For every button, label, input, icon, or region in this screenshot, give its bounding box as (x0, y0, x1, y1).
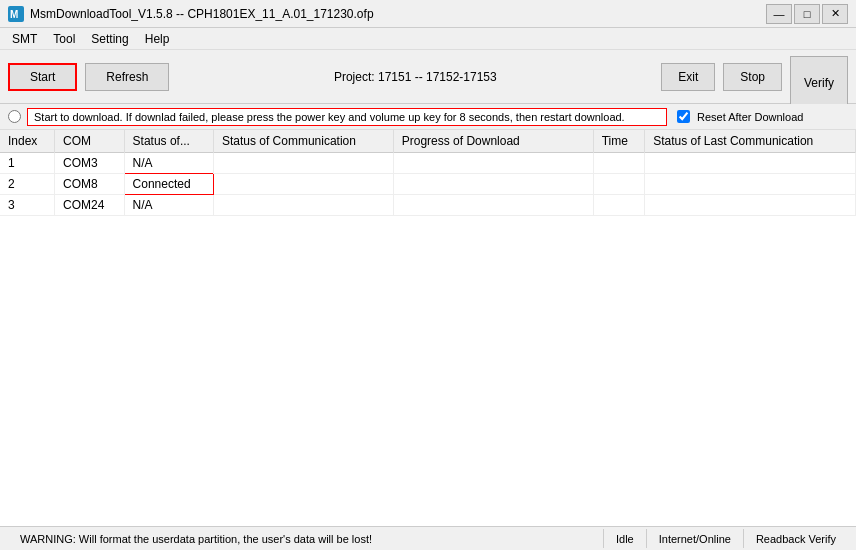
menu-help[interactable]: Help (137, 30, 178, 48)
reset-checkbox[interactable] (677, 110, 690, 123)
minimize-button[interactable]: — (766, 4, 792, 24)
status-internet: Internet/Online (647, 529, 744, 548)
exit-button[interactable]: Exit (661, 63, 715, 91)
cell-time-3 (593, 195, 644, 216)
cell-progress-2 (393, 174, 593, 195)
menu-setting[interactable]: Setting (83, 30, 136, 48)
cell-com-2: COM8 (55, 174, 124, 195)
col-index: Index (0, 130, 55, 153)
table-header-row: Index COM Status of... Status of Communi… (0, 130, 856, 153)
cell-statuscomm-3 (213, 195, 393, 216)
cell-statuslast-1 (645, 153, 856, 174)
cell-index-3: 3 (0, 195, 55, 216)
col-time: Time (593, 130, 644, 153)
notice-row: Start to download. If downlad failed, pl… (0, 104, 856, 130)
cell-statuscomm-2 (213, 174, 393, 195)
stop-button[interactable]: Stop (723, 63, 782, 91)
status-bar: WARNING: Will format the userdata partit… (0, 526, 856, 550)
status-idle: Idle (604, 529, 647, 548)
cell-statuscomm-1 (213, 153, 393, 174)
close-button[interactable]: ✕ (822, 4, 848, 24)
cell-progress-3 (393, 195, 593, 216)
reset-after-label: Reset After Download (677, 110, 803, 123)
cell-time-1 (593, 153, 644, 174)
col-status-comm: Status of Communication (213, 130, 393, 153)
cell-index-2: 2 (0, 174, 55, 195)
toolbar-area: Start Refresh Project: 17151 -- 17152-17… (0, 50, 856, 104)
status-warning: WARNING: Will format the userdata partit… (8, 529, 604, 548)
cell-statusof-3: N/A (124, 195, 213, 216)
notice-radio[interactable] (8, 110, 21, 123)
cell-com-1: COM3 (55, 153, 124, 174)
table-row: 3 COM24 N/A (0, 195, 856, 216)
table-row: 1 COM3 N/A (0, 153, 856, 174)
menu-tool[interactable]: Tool (45, 30, 83, 48)
notice-text: Start to download. If downlad failed, pl… (27, 108, 667, 126)
table-container: Index COM Status of... Status of Communi… (0, 130, 856, 526)
cell-progress-1 (393, 153, 593, 174)
col-com: COM (55, 130, 124, 153)
start-button[interactable]: Start (8, 63, 77, 91)
cell-statusof-2: Connected (124, 174, 213, 195)
table-row: 2 COM8 Connected (0, 174, 856, 195)
menu-smt[interactable]: SMT (4, 30, 45, 48)
title-text: MsmDownloadTool_V1.5.8 -- CPH1801EX_11_A… (30, 7, 374, 21)
app-icon: M (8, 6, 24, 22)
devices-table: Index COM Status of... Status of Communi… (0, 130, 856, 216)
cell-statuslast-2 (645, 174, 856, 195)
col-status-last: Status of Last Communication (645, 130, 856, 153)
cell-statuslast-3 (645, 195, 856, 216)
cell-index-1: 1 (0, 153, 55, 174)
window-controls: — □ ✕ (766, 4, 848, 24)
status-readback: Readback Verify (744, 529, 848, 548)
menu-bar: SMT Tool Setting Help (0, 28, 856, 50)
title-bar: M MsmDownloadTool_V1.5.8 -- CPH1801EX_11… (0, 0, 856, 28)
col-status-of: Status of... (124, 130, 213, 153)
col-progress: Progress of Download (393, 130, 593, 153)
maximize-button[interactable]: □ (794, 4, 820, 24)
reset-label-text: Reset After Download (697, 111, 803, 123)
cell-time-2 (593, 174, 644, 195)
project-label: Project: 17151 -- 17152-17153 (177, 70, 653, 84)
verify-button[interactable]: Verify (790, 56, 848, 110)
cell-com-3: COM24 (55, 195, 124, 216)
cell-statusof-1: N/A (124, 153, 213, 174)
refresh-button[interactable]: Refresh (85, 63, 169, 91)
svg-text:M: M (10, 9, 18, 20)
